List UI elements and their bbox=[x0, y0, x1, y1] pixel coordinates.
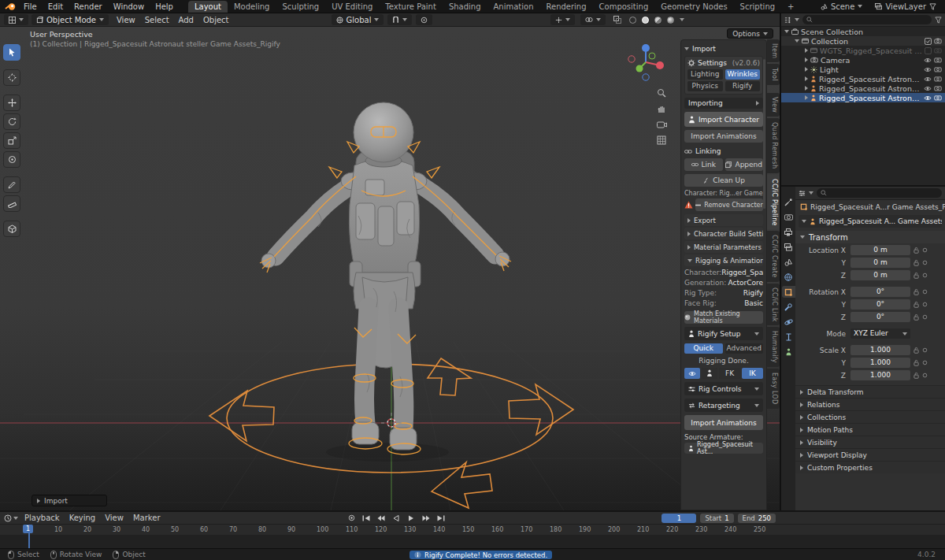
timeline-editor-icon[interactable] bbox=[4, 514, 12, 522]
tool-measure[interactable] bbox=[3, 195, 20, 212]
transform-orientation-selector[interactable]: Global bbox=[332, 14, 384, 25]
remove-character-button[interactable]: Remove Character bbox=[695, 198, 763, 211]
snapping-toggle[interactable] bbox=[387, 14, 412, 25]
import-panel-header[interactable]: Import bbox=[684, 43, 763, 54]
animate-decorator-icon[interactable] bbox=[922, 247, 928, 253]
tool-icon[interactable] bbox=[782, 196, 795, 208]
disable-render-icon[interactable] bbox=[934, 66, 942, 72]
workspace-tab[interactable]: Compositing bbox=[593, 1, 655, 13]
properties-section-header[interactable]: Custom Properties bbox=[795, 461, 945, 473]
shading-rendered-button[interactable] bbox=[667, 17, 674, 24]
outliner-row-scene-collection[interactable]: Scene Collection bbox=[781, 27, 945, 36]
next-keyframe-button[interactable] bbox=[420, 514, 432, 523]
location-y-field[interactable]: 0 m bbox=[850, 258, 910, 268]
toggle-fk[interactable]: FK bbox=[719, 368, 740, 379]
lock-icon[interactable] bbox=[914, 247, 919, 254]
modifiers-icon[interactable] bbox=[782, 301, 795, 313]
match-materials-button[interactable]: Match Existing Materials bbox=[684, 311, 763, 324]
pan-hand-icon[interactable] bbox=[655, 102, 668, 115]
current-frame-field[interactable]: 1 bbox=[662, 514, 696, 523]
outliner-row-armature-2[interactable]: Rigged_Spacesuit Astronaut stelle bbox=[781, 83, 945, 93]
gizmo-x-neg-axis[interactable] bbox=[628, 56, 635, 62]
tool-annotate[interactable] bbox=[3, 176, 20, 193]
properties-section-header[interactable]: Visibility bbox=[795, 436, 945, 448]
playhead-frame-badge[interactable]: 1 bbox=[23, 525, 33, 533]
hide-eye-icon[interactable] bbox=[924, 57, 932, 63]
lock-icon[interactable] bbox=[914, 313, 919, 321]
chevron-down-icon[interactable] bbox=[784, 30, 789, 33]
workspace-tab[interactable]: Layout bbox=[188, 1, 228, 13]
outliner-row-armature-active[interactable]: Rigged_Spacesuit Astronaut stelle bbox=[781, 93, 945, 102]
chevron-right-icon[interactable] bbox=[805, 86, 808, 91]
location-x-field[interactable]: 0 m bbox=[850, 245, 910, 255]
topbar-menu[interactable]: File bbox=[18, 2, 43, 12]
tool-rotate[interactable] bbox=[3, 113, 20, 130]
rigging-animation-header[interactable]: Rigging & Animation bbox=[684, 254, 763, 266]
location-z-field[interactable]: 0 m bbox=[850, 270, 910, 280]
material-parameters-header[interactable]: Material Parameters bbox=[684, 241, 763, 253]
transform-panel-header[interactable]: Transform bbox=[795, 231, 945, 243]
properties-section-header[interactable]: Delta Transform bbox=[795, 385, 945, 398]
object-icon[interactable] bbox=[782, 286, 795, 298]
editor-type-selector[interactable] bbox=[4, 14, 28, 25]
view-layer-icon[interactable] bbox=[782, 241, 795, 253]
hide-eye-icon[interactable] bbox=[924, 95, 932, 101]
frame-start-field[interactable]: Start 1 bbox=[700, 514, 733, 523]
toggle-physics[interactable]: Physics bbox=[687, 81, 723, 91]
timeline-menu[interactable]: Marker bbox=[128, 514, 165, 522]
world-icon[interactable] bbox=[782, 271, 795, 283]
hide-eye-icon[interactable] bbox=[924, 67, 932, 72]
disable-render-icon[interactable] bbox=[934, 47, 942, 54]
toggle-quick[interactable]: Quick bbox=[684, 343, 723, 354]
outliner-row-collection[interactable]: Collection bbox=[781, 36, 945, 46]
workspace-tab[interactable]: + bbox=[781, 1, 800, 13]
lock-icon[interactable] bbox=[914, 272, 919, 279]
toggle-perspective-icon[interactable] bbox=[655, 134, 668, 146]
viewport-canvas[interactable]: User Perspective (1) Collection | Rigged… bbox=[0, 27, 780, 510]
sidebar-tab[interactable]: CC/iC Link bbox=[767, 284, 780, 326]
workspace-tab[interactable]: Sculpting bbox=[276, 1, 325, 13]
animate-decorator-icon[interactable] bbox=[922, 314, 928, 320]
disable-render-icon[interactable] bbox=[934, 38, 942, 44]
tool-move[interactable] bbox=[3, 95, 20, 111]
timeline-menu[interactable]: Keying bbox=[65, 514, 101, 522]
viewport-menu[interactable]: View bbox=[112, 15, 140, 25]
topbar-menu[interactable]: Edit bbox=[43, 2, 69, 12]
toggle-advanced[interactable]: Advanced bbox=[725, 343, 764, 354]
lock-icon[interactable] bbox=[914, 288, 919, 295]
topbar-menu[interactable]: Render bbox=[69, 2, 108, 12]
chevron-right-icon[interactable] bbox=[805, 57, 808, 62]
gizmo-z-neg-axis[interactable] bbox=[643, 74, 649, 80]
rig-controls-dropdown[interactable]: Rig Controls bbox=[684, 382, 763, 395]
lock-icon[interactable] bbox=[914, 301, 919, 308]
workspace-tab[interactable]: UV Editing bbox=[325, 1, 379, 13]
object-name-field[interactable]: Rigged_Spacesuit A... Game Assets_Rigify… bbox=[799, 215, 942, 228]
toggle-rigify[interactable]: Rigify bbox=[725, 81, 761, 91]
viewport-menu[interactable]: Select bbox=[140, 15, 174, 25]
gizmo-x-axis[interactable] bbox=[656, 61, 664, 69]
lock-icon[interactable] bbox=[914, 259, 919, 266]
physics-icon[interactable] bbox=[782, 316, 795, 328]
scale-x-field[interactable]: 1.000 bbox=[850, 345, 910, 355]
clean-up-button[interactable]: Clean Up bbox=[684, 174, 763, 187]
workspace-tab[interactable]: Scripting bbox=[734, 1, 781, 13]
sidebar-tab[interactable]: CC/iC Create bbox=[767, 231, 780, 281]
animate-decorator-icon[interactable] bbox=[922, 302, 928, 307]
frame-end-field[interactable]: End 250 bbox=[738, 514, 776, 523]
outliner-row-light[interactable]: Light bbox=[781, 65, 945, 74]
shading-solid-button[interactable] bbox=[642, 17, 649, 24]
disable-render-icon[interactable] bbox=[934, 76, 942, 82]
animate-decorator-icon[interactable] bbox=[922, 373, 928, 378]
jump-to-start-button[interactable] bbox=[360, 514, 372, 523]
rotation-y-field[interactable]: 0° bbox=[850, 299, 910, 310]
proportional-editing-toggle[interactable] bbox=[416, 14, 432, 25]
sidebar-tab[interactable]: Item bbox=[767, 39, 780, 62]
gizmo-y-axis[interactable] bbox=[636, 65, 643, 72]
chevron-right-icon[interactable] bbox=[805, 76, 808, 81]
lock-icon[interactable] bbox=[914, 347, 919, 354]
tool-scale[interactable] bbox=[3, 132, 20, 149]
toggle-lighting[interactable]: Lighting bbox=[687, 69, 723, 80]
topbar-menu[interactable]: Window bbox=[108, 2, 150, 12]
lock-icon[interactable] bbox=[914, 359, 919, 366]
outliner-search-field[interactable] bbox=[802, 15, 932, 24]
